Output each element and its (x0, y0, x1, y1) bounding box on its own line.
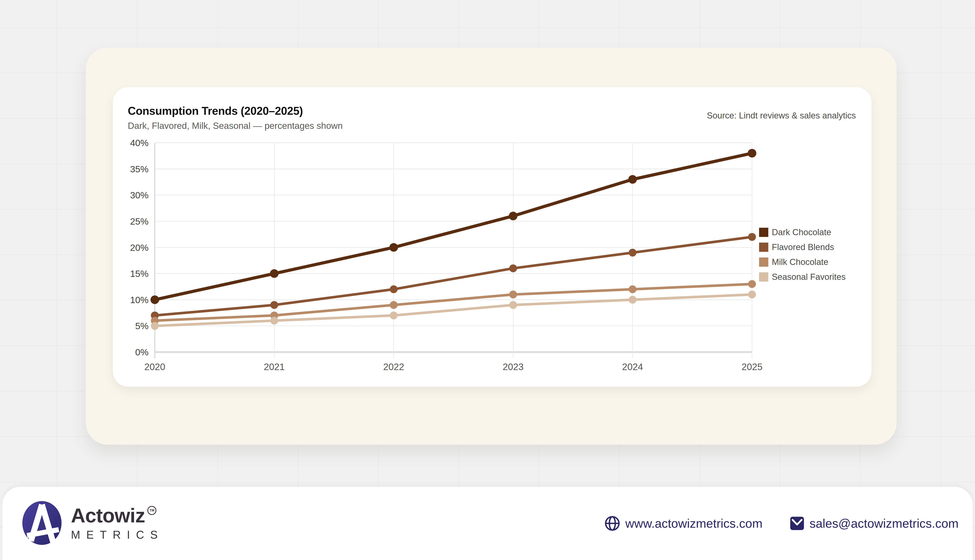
trademark-badge: TM (147, 506, 156, 515)
data-point (629, 285, 636, 293)
chart-subtitle: Dark, Flavored, Milk, Seasonal — percent… (128, 120, 343, 131)
email-text: sales@actowizmetrics.com (810, 516, 958, 530)
x-tick-label: 2025 (741, 362, 763, 372)
series-plot (155, 143, 752, 352)
legend-label: Dark Chocolate (772, 227, 831, 237)
actowiz-logo-icon (22, 500, 63, 547)
data-point (390, 301, 397, 309)
data-point (509, 301, 517, 309)
chart-header: Consumption Trends (2020–2025) Dark, Fla… (128, 104, 343, 131)
x-tick-label: 2020 (144, 362, 165, 372)
data-point (748, 290, 756, 298)
chart-legend: Dark ChocolateFlavored BlendsMilk Chocol… (759, 227, 846, 287)
legend-swatch (759, 272, 768, 282)
chart-source: Source: Lindt reviews & sales analytics (707, 111, 856, 120)
data-point (748, 149, 756, 158)
data-point (389, 243, 398, 252)
y-tick-label: 20% (130, 242, 149, 253)
data-point (270, 301, 278, 309)
data-point (390, 285, 397, 293)
legend-swatch (759, 228, 768, 237)
data-point (270, 269, 279, 278)
legend-item: Seasonal Favorites (759, 272, 846, 282)
data-point (270, 317, 278, 325)
brand: Actowiz TM METRICS (22, 500, 164, 547)
legend-label: Milk Chocolate (772, 257, 828, 267)
y-tick-label: 0% (135, 347, 149, 358)
data-point (509, 264, 517, 272)
legend-item: Dark Chocolate (759, 227, 846, 237)
page: { "chart": { "title": "Consumption Trend… (0, 0, 975, 560)
y-tick-label: 5% (135, 320, 149, 331)
website-text: www.actowizmetrics.com (625, 516, 762, 530)
footer-contacts: www.actowizmetrics.com sales@actowizmetr… (604, 515, 958, 531)
legend-item: Flavored Blends (759, 242, 846, 252)
data-point (748, 233, 756, 241)
data-point (390, 312, 397, 319)
chart-panel: Consumption Trends (2020–2025) Dark, Fla… (86, 48, 897, 445)
chart-title: Consumption Trends (2020–2025) (128, 104, 343, 117)
y-tick-label: 15% (130, 268, 149, 279)
x-tick-label: 2022 (383, 362, 404, 372)
brand-name: Actowiz (71, 505, 145, 525)
plot-area: 40%35%30%25%20%15%10%5%0%202020212022202… (155, 143, 752, 352)
email-link[interactable]: sales@actowizmetrics.com (790, 515, 958, 531)
legend-label: Flavored Blends (772, 242, 834, 252)
legend-item: Milk Chocolate (759, 257, 846, 267)
legend-swatch (759, 243, 768, 252)
legend-swatch (759, 257, 768, 267)
y-tick-label: 35% (130, 163, 149, 174)
y-tick-label: 10% (130, 294, 149, 305)
data-point (628, 175, 637, 184)
series-line (155, 284, 752, 321)
data-point (509, 212, 518, 220)
x-tick-label: 2024 (622, 362, 643, 372)
footer-bar: Actowiz TM METRICS www.actowizmetrics.co… (2, 487, 973, 560)
data-point (748, 280, 756, 288)
data-point (150, 295, 159, 304)
brand-subtitle: METRICS (71, 528, 164, 541)
email-icon (790, 515, 804, 531)
y-tick-label: 40% (130, 137, 149, 148)
legend-label: Seasonal Favorites (772, 272, 846, 282)
series-line (155, 237, 752, 315)
y-tick-label: 30% (130, 190, 149, 200)
data-point (151, 322, 159, 330)
globe-icon (604, 515, 620, 531)
x-tick-label: 2021 (264, 362, 285, 372)
data-point (629, 249, 636, 257)
x-tick-label: 2023 (503, 362, 524, 372)
y-tick-label: 25% (130, 216, 149, 227)
data-point (509, 290, 517, 298)
data-point (629, 296, 636, 304)
brand-text: Actowiz TM METRICS (71, 505, 164, 541)
chart-card: Consumption Trends (2020–2025) Dark, Fla… (113, 87, 871, 387)
website-link[interactable]: www.actowizmetrics.com (604, 515, 762, 531)
